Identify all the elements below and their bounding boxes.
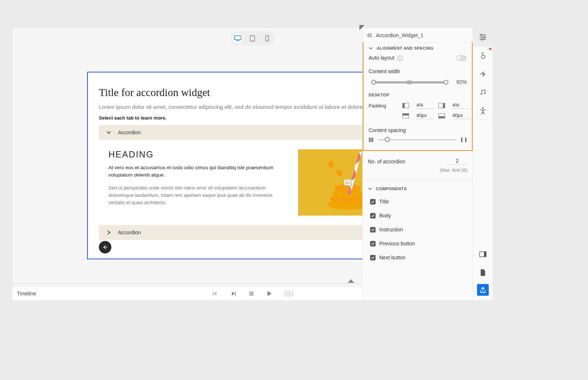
- slide-instruction[interactable]: Select each tab to learn more.: [99, 115, 406, 121]
- checkbox-icon: [370, 241, 376, 246]
- music-icon: [480, 89, 486, 96]
- device-phone-button[interactable]: [262, 33, 273, 43]
- padding-left-input[interactable]: 4%: [416, 102, 434, 109]
- playback-controls: CC: [212, 291, 293, 296]
- svg-rect-14: [213, 291, 214, 296]
- previous-button[interactable]: [99, 241, 111, 253]
- content-spacing-label: Content spacing: [369, 127, 467, 133]
- accordion-count-section: No. of accordion 2 (Max. limit 20): [363, 151, 473, 180]
- accordion-content-1: HEADING At vero eos et accusamus et iust…: [99, 140, 406, 225]
- interactions-tool-button[interactable]: [473, 46, 493, 65]
- collapse-section-button[interactable]: [369, 46, 373, 50]
- desktop-icon: [234, 35, 241, 41]
- svg-point-3: [252, 40, 253, 41]
- step-back-button[interactable]: [212, 291, 218, 296]
- svg-point-27: [481, 93, 482, 95]
- component-title-checkbox[interactable]: Title: [368, 195, 467, 209]
- content-width-value: 92%: [456, 79, 467, 85]
- section-title-alignment: ALIGNMENT AND SPACING: [377, 46, 434, 50]
- accordion-header-2[interactable]: Accordion: [99, 225, 406, 240]
- closed-captions-button[interactable]: CC: [285, 291, 293, 296]
- chevron-down-icon: [106, 130, 111, 135]
- components-section: COMPONENTS Title Body Instruction Previo…: [363, 180, 473, 271]
- accessibility-tool-button[interactable]: [473, 102, 493, 120]
- expand-handle-icon[interactable]: [348, 279, 354, 283]
- share-button[interactable]: [477, 284, 489, 296]
- accordion-1-label: Accordion: [118, 129, 141, 135]
- document-icon: [480, 269, 486, 276]
- svg-point-5: [267, 40, 267, 40]
- content-spacing-slider[interactable]: [378, 137, 456, 143]
- component-body-checkbox[interactable]: Body: [368, 209, 467, 223]
- svg-rect-16: [249, 291, 254, 296]
- accordion-header-1[interactable]: Accordion: [99, 125, 406, 140]
- audio-tool-button[interactable]: [473, 83, 493, 102]
- svg-rect-15: [235, 291, 236, 296]
- padding-bottom-icon: [438, 113, 445, 118]
- checkbox-icon: [370, 199, 376, 205]
- content-spacing-row: [369, 137, 467, 143]
- auto-layout-toggle[interactable]: [456, 55, 467, 61]
- image-placeholder-icon: [344, 179, 352, 186]
- info-icon[interactable]: i: [397, 56, 403, 61]
- accordion-count-input[interactable]: 2: [447, 158, 467, 165]
- slide-body[interactable]: Lorem ipsum dolor sit amet, consectetur …: [99, 104, 406, 110]
- padding-right-input[interactable]: 4%: [452, 102, 470, 109]
- tool-rail: [473, 28, 492, 300]
- svg-point-28: [484, 93, 485, 94]
- padding-bottom-input[interactable]: 40px: [452, 113, 470, 119]
- collapse-components-button[interactable]: [368, 187, 372, 191]
- notification-dot-icon: [489, 48, 491, 50]
- svg-rect-21: [372, 138, 373, 142]
- panel-title: Accordion_Widget_1: [376, 32, 423, 38]
- svg-point-29: [482, 107, 484, 109]
- device-toggle-group: [230, 32, 275, 45]
- accordion-max-limit: (Max. limit 20): [368, 168, 467, 173]
- phone-icon: [265, 35, 269, 42]
- svg-point-26: [481, 39, 483, 40]
- device-desktop-button[interactable]: [232, 33, 243, 43]
- panel-header: Accordion_Widget_1: [363, 28, 473, 43]
- spacing-loose-icon: [461, 137, 467, 142]
- accordion-content-para2[interactable]: Sed ut perspiciatis unde omnis iste natu…: [108, 184, 288, 206]
- chevron-right-icon: [106, 230, 111, 235]
- chevron-down-icon: [369, 46, 373, 50]
- properties-tool-button[interactable]: [473, 28, 493, 46]
- content-width-slider[interactable]: 92%: [369, 78, 467, 86]
- padding-top-icon: [402, 113, 409, 118]
- accordion-content-para1[interactable]: At vero eos et accusamus et iusto odio c…: [108, 164, 288, 178]
- spacing-tight-icon: [369, 137, 374, 142]
- accordion-2-label: Accordion: [118, 230, 141, 235]
- device-tablet-button[interactable]: [247, 33, 258, 43]
- step-forward-button[interactable]: [230, 291, 236, 296]
- share-icon: [480, 287, 486, 293]
- accessibility-icon: [480, 107, 486, 114]
- svg-rect-31: [484, 252, 486, 257]
- svg-point-13: [346, 181, 347, 182]
- collapse-panel-button[interactable]: [366, 33, 372, 38]
- component-next-checkbox[interactable]: Next button: [368, 251, 467, 264]
- slide-title[interactable]: Title for accordion widget: [99, 86, 406, 99]
- padding-top-input[interactable]: 40px: [416, 113, 434, 119]
- auto-layout-label: Auto layout: [369, 55, 394, 61]
- svg-rect-23: [465, 138, 466, 142]
- svg-rect-1: [236, 40, 239, 41]
- preview-tool-button[interactable]: [473, 245, 493, 263]
- content-width-label: Content width: [369, 68, 400, 74]
- checkbox-icon: [370, 255, 376, 260]
- stop-button[interactable]: [249, 291, 254, 296]
- tablet-icon: [250, 35, 255, 42]
- document-tool-button[interactable]: [473, 263, 493, 282]
- properties-panel: Accordion_Widget_1 ALIGNMENT AND SPACING…: [362, 28, 473, 300]
- section-title-components: COMPONENTS: [376, 187, 407, 191]
- animations-tool-button[interactable]: [473, 65, 493, 83]
- desktop-subhead: DESKTOP: [369, 93, 467, 97]
- lightning-icon: [479, 71, 487, 77]
- accordion-content-heading[interactable]: HEADING: [108, 149, 288, 160]
- component-instruction-checkbox[interactable]: Instruction: [368, 223, 467, 237]
- component-previous-checkbox[interactable]: Previous button: [368, 237, 467, 251]
- svg-point-25: [484, 36, 485, 38]
- highlighted-section: ALIGNMENT AND SPACING Auto layout i Cont…: [362, 42, 473, 151]
- play-button[interactable]: [266, 291, 272, 296]
- padding-label: Padding: [369, 103, 398, 109]
